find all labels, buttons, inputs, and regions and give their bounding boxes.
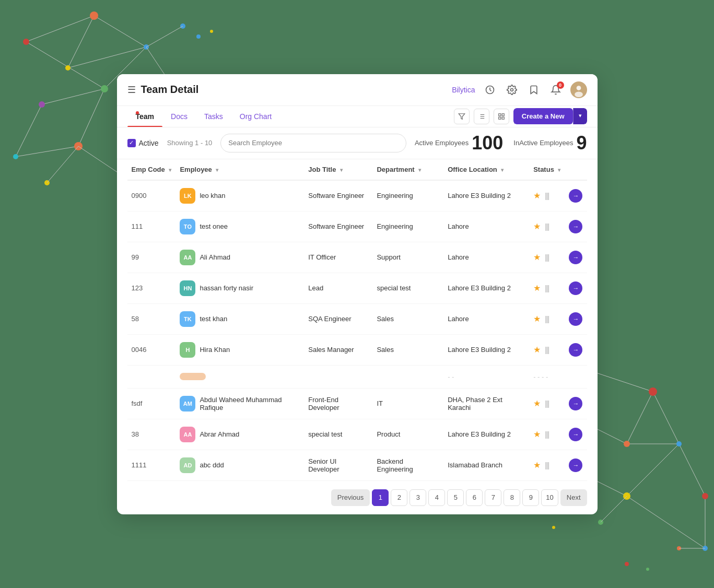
user-avatar[interactable] [570,81,587,98]
page-8-button[interactable]: 8 [504,489,520,506]
svg-rect-70 [499,113,501,115]
barcode-icon: ||| [545,399,549,408]
cell-emp-code: 1111 [127,450,176,480]
tab-team[interactable]: Team [127,106,163,127]
cell-employee: TO test onee [175,211,304,242]
grid-view-btn[interactable] [494,109,509,124]
detail-arrow-button[interactable]: → [569,220,582,233]
svg-point-57 [646,568,649,571]
svg-line-52 [601,496,627,522]
detail-arrow-button[interactable]: → [569,458,582,472]
page-10-button[interactable]: 10 [541,489,558,506]
page-7-button[interactable]: 7 [485,489,501,506]
svg-point-10 [23,39,29,45]
svg-line-20 [146,26,183,47]
cell-emp-code: 0900 [127,180,176,211]
detail-arrow-button[interactable]: → [569,343,582,357]
employee-name: test khan [200,315,227,323]
col-status[interactable]: Status ▾ [529,159,565,180]
col-employee[interactable]: Employee ▾ [175,159,304,180]
star-icon[interactable]: ★ [533,221,541,231]
cell-department [372,365,443,388]
cell-employee: AD abc ddd [175,450,304,480]
cell-office: Islamabad Branch [443,450,529,480]
page-4-button[interactable]: 4 [428,489,445,506]
star-icon[interactable]: ★ [533,460,541,470]
cell-employee [175,365,304,388]
page-3-button[interactable]: 3 [409,489,426,506]
settings-icon[interactable] [505,83,519,97]
detail-arrow-button[interactable]: → [569,428,582,441]
svg-point-40 [649,387,657,396]
cell-arrow: → [565,388,587,419]
create-new-button[interactable]: Create a New [513,108,573,124]
cell-status: ★ ||| [529,242,565,273]
col-emp-code[interactable]: Emp Code ▾ [127,159,176,180]
list-view-btn[interactable] [474,109,489,124]
svg-line-36 [679,444,705,496]
barcode-icon: ||| [545,430,549,439]
next-button[interactable]: Next [560,489,587,506]
svg-line-24 [47,146,78,183]
svg-point-46 [702,493,708,499]
previous-button[interactable]: Previous [331,489,370,506]
cell-job-title [304,365,372,388]
svg-point-17 [74,142,83,150]
filter-icon-btn[interactable] [454,109,470,124]
cell-employee: TK test khan [175,303,304,334]
svg-line-0 [26,16,94,42]
col-office-location[interactable]: Office Location ▾ [443,159,529,180]
svg-point-18 [180,23,185,29]
barcode-icon: ||| [545,222,549,231]
svg-point-49 [598,520,603,525]
page-9-button[interactable]: 9 [522,489,539,506]
hamburger-icon[interactable]: ☰ [127,84,136,96]
active-employees-count: 100 [472,134,503,152]
tab-tasks[interactable]: Tasks [196,106,231,127]
clock-icon[interactable] [483,83,497,97]
notification-icon[interactable]: 0 [548,83,563,97]
col-department[interactable]: Department ▾ [372,159,443,180]
cell-department: Sales [372,334,443,365]
cell-arrow: → [565,334,587,365]
tab-docs[interactable]: Docs [162,106,196,127]
cell-employee: AM Abdul Waheed Muhammad Rafique [175,388,304,419]
cell-job-title: Software Engineer [304,180,372,211]
employee-name: Hira Khan [200,346,230,354]
search-input[interactable] [220,134,406,152]
bookmark-icon[interactable] [526,83,541,97]
detail-arrow-button[interactable]: → [569,312,582,326]
cell-job-title: special test [304,419,372,450]
page-6-button[interactable]: 6 [466,489,483,506]
star-icon[interactable]: ★ [533,283,541,293]
star-icon[interactable]: ★ [533,398,541,408]
page-2-button[interactable]: 2 [391,489,407,506]
cell-department: special test [372,273,443,303]
cell-department: Backend Engineering [372,450,443,480]
create-new-dropdown-arrow[interactable]: ▾ [573,108,587,124]
page-1-button[interactable]: 1 [372,489,389,506]
detail-arrow-button[interactable]: → [569,251,582,264]
star-icon[interactable]: ★ [533,345,541,355]
star-icon[interactable]: ★ [533,429,541,439]
star-icon[interactable]: ★ [533,314,541,324]
brand-link[interactable]: Bilytica [452,86,475,94]
active-employees-label: Active Employees [415,139,469,147]
cell-office: Lahore [443,211,529,242]
col-job-title[interactable]: Job Title ▾ [304,159,372,180]
tab-org-chart[interactable]: Org Chart [231,106,280,127]
table-row: 123 HN hassan forty nasir Lead special t… [127,273,587,303]
detail-arrow-button[interactable]: → [569,397,582,410]
svg-point-27 [210,30,213,33]
page-5-button[interactable]: 5 [447,489,464,506]
cell-job-title: Senior UI Developer [304,450,372,480]
detail-arrow-button[interactable]: → [569,281,582,295]
tab-org-chart-label: Org Chart [240,112,272,121]
cell-office: - - [443,365,529,388]
star-icon[interactable]: ★ [533,252,541,262]
barcode-icon: ||| [545,461,549,469]
active-checkbox[interactable]: ✓ Active [127,139,159,147]
detail-arrow-button[interactable]: → [569,189,582,203]
cell-department: Support [372,242,443,273]
star-icon[interactable]: ★ [533,191,541,201]
